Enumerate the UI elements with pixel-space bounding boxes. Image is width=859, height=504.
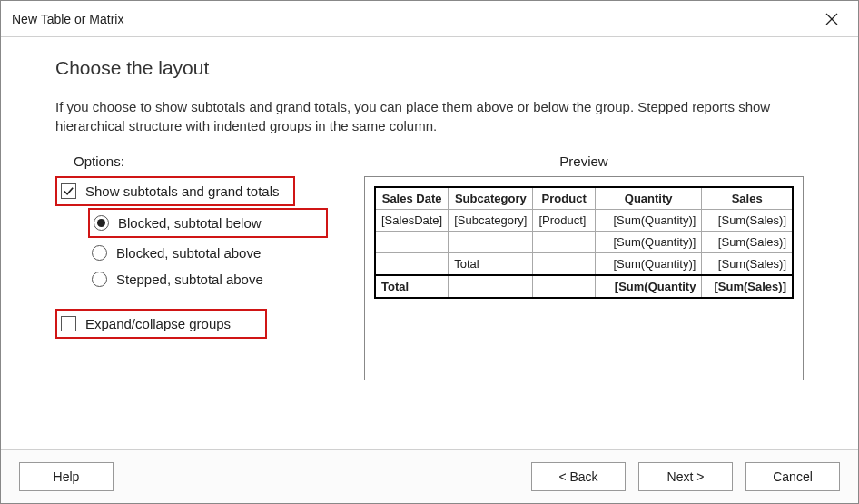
cell xyxy=(375,232,449,253)
checkmark-icon xyxy=(63,185,74,197)
expand-collapse-option[interactable]: Expand/collapse groups xyxy=(57,311,265,337)
preview-label: Preview xyxy=(364,153,804,169)
close-icon xyxy=(825,13,838,25)
table-row: [Sum(Quantity)] [Sum(Sales)] xyxy=(375,232,793,253)
cell: Total xyxy=(449,253,533,276)
help-button[interactable]: Help xyxy=(19,462,114,491)
options-label: Options: xyxy=(74,153,337,169)
blocked-below-option[interactable]: Blocked, subtotal below xyxy=(90,210,326,236)
blocked-below-label: Blocked, subtotal below xyxy=(118,215,262,231)
cell: [Sum(Sales)] xyxy=(702,275,793,298)
page-description: If you choose to show subtotals and gran… xyxy=(55,97,804,135)
back-button[interactable]: < Back xyxy=(531,462,626,491)
titlebar: New Table or Matrix xyxy=(1,1,858,37)
cell: [Sum(Sales)] xyxy=(702,210,793,232)
cell xyxy=(449,275,533,298)
expand-collapse-label: Expand/collapse groups xyxy=(85,316,231,331)
col-header: Subcategory xyxy=(449,187,533,210)
cell: [Subcategory] xyxy=(449,210,533,232)
button-bar: Help < Back Next > Cancel xyxy=(1,449,858,503)
stepped-above-radio[interactable] xyxy=(92,272,107,287)
cell: [Sum(Quantity xyxy=(595,275,702,298)
cell xyxy=(533,253,595,276)
blocked-above-label: Blocked, subtotal above xyxy=(116,245,261,261)
blocked-above-radio[interactable] xyxy=(92,245,107,261)
stepped-above-option[interactable]: Stepped, subtotal above xyxy=(88,266,337,292)
next-button[interactable]: Next > xyxy=(638,462,733,491)
preview-box: Sales Date Subcategory Product Quantity … xyxy=(364,176,804,380)
col-header: Quantity xyxy=(595,187,702,210)
window-title: New Table or Matrix xyxy=(12,12,123,26)
show-subtotals-label: Show subtotals and grand totals xyxy=(85,183,279,199)
table-row: Total [Sum(Quantity)] [Sum(Sales)] xyxy=(375,253,793,276)
cell xyxy=(375,253,449,276)
cell: [Sum(Sales)] xyxy=(702,232,793,253)
page-title: Choose the layout xyxy=(55,57,804,79)
cell: [Sum(Quantity)] xyxy=(595,210,702,232)
blocked-above-option[interactable]: Blocked, subtotal above xyxy=(88,240,337,266)
table-header-row: Sales Date Subcategory Product Quantity … xyxy=(375,187,793,210)
content-area: Choose the layout If you choose to show … xyxy=(1,37,858,449)
table-total-row: Total [Sum(Quantity [Sum(Sales)] xyxy=(375,275,793,298)
show-subtotals-checkbox[interactable] xyxy=(61,183,76,199)
blocked-below-radio[interactable] xyxy=(94,215,109,231)
cell: [Sum(Quantity)] xyxy=(595,232,702,253)
preview-table: Sales Date Subcategory Product Quantity … xyxy=(374,186,794,299)
cell: [Product] xyxy=(533,210,595,232)
cell: [SalesDate] xyxy=(375,210,449,232)
show-subtotals-option[interactable]: Show subtotals and grand totals xyxy=(57,178,293,204)
options-panel: Options: Show subtotals and grand totals… xyxy=(55,153,337,380)
table-row: [SalesDate] [Subcategory] [Product] [Sum… xyxy=(375,210,793,232)
cell xyxy=(533,232,595,253)
expand-collapse-checkbox[interactable] xyxy=(61,316,76,331)
stepped-above-label: Stepped, subtotal above xyxy=(116,272,263,287)
cell xyxy=(449,232,533,253)
cell: Total xyxy=(375,275,449,298)
col-header: Sales Date xyxy=(375,187,449,210)
cancel-button[interactable]: Cancel xyxy=(745,462,840,491)
close-button[interactable] xyxy=(815,5,849,33)
col-header: Sales xyxy=(702,187,793,210)
cell: [Sum(Quantity)] xyxy=(595,253,702,276)
cell xyxy=(533,275,595,298)
preview-panel: Preview Sales Date Subcategory Product Q… xyxy=(364,153,804,380)
col-header: Product xyxy=(533,187,595,210)
cell: [Sum(Sales)] xyxy=(702,253,793,276)
